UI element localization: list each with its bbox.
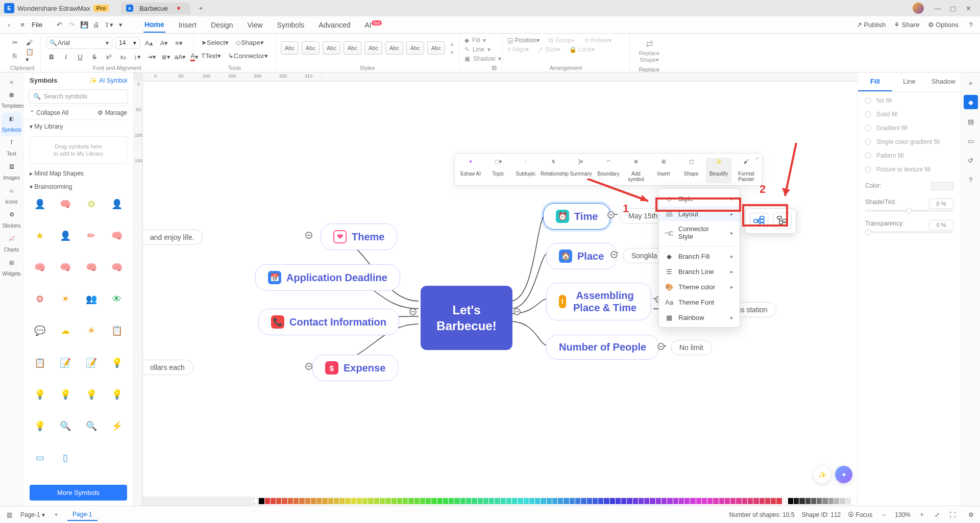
color-swatch[interactable] (587, 498, 592, 504)
fill-opt-solid[interactable]: Solid fill (865, 111, 953, 118)
bold-button[interactable]: B (46, 51, 57, 62)
symbol-item[interactable]: ★ (29, 227, 51, 244)
tab-design[interactable]: Design (210, 18, 234, 32)
color-swatch[interactable] (662, 498, 667, 504)
mindmap-shapes-section[interactable]: ▸ Mind Map Shapes (23, 167, 133, 180)
redo-icon[interactable]: ↷ (68, 21, 76, 29)
color-swatch[interactable] (719, 498, 724, 504)
color-swatch[interactable] (840, 498, 845, 504)
symbol-item[interactable]: ☀ (80, 322, 103, 339)
subnode-people[interactable]: No limit (671, 340, 712, 355)
color-swatch[interactable] (782, 498, 788, 504)
ctx-branch-line[interactable]: ☰Branch Line▸ (659, 264, 740, 279)
symbol-item[interactable]: ✏ (80, 227, 103, 244)
manage-button[interactable]: ⚙ Manage (97, 109, 127, 116)
color-swatch[interactable] (288, 498, 293, 504)
rail-charts[interactable]: 📈Charts (2, 233, 22, 256)
style-swatch[interactable]: Abc (281, 41, 299, 55)
hamburger-icon[interactable]: ≡ (18, 21, 27, 29)
color-swatch[interactable] (299, 498, 304, 504)
color-swatch[interactable] (846, 498, 851, 504)
symbol-item[interactable]: 📝 (80, 354, 103, 371)
color-swatch[interactable] (483, 498, 488, 504)
text-tool[interactable]: T Text▾ (199, 50, 223, 61)
symbol-item[interactable]: 🧠 (106, 227, 128, 244)
node-handle[interactable] (409, 308, 416, 315)
color-swatch[interactable] (506, 498, 511, 504)
rail-widgets[interactable]: ▤Widgets (2, 257, 22, 280)
rotate-dropdown[interactable]: ⟲ Rotate▾ (584, 37, 612, 44)
color-swatch[interactable] (529, 498, 534, 504)
canvas[interactable]: and enjoy life. ollars each ❤Theme 📅Appl… (143, 82, 857, 496)
color-swatch[interactable] (541, 498, 546, 504)
color-swatch[interactable] (478, 498, 483, 504)
underline-button[interactable]: U (75, 51, 86, 62)
brainstorming-section[interactable]: ▾ Brainstorming (23, 180, 133, 193)
color-swatch[interactable] (742, 498, 747, 504)
ft-boundary[interactable]: ◠Boundary (596, 158, 621, 183)
color-swatch[interactable] (328, 498, 333, 504)
rail-stickers[interactable]: ✪Stickers (2, 209, 22, 232)
color-swatch[interactable] (811, 498, 816, 504)
ft-relationship[interactable]: ↯Relationship (541, 158, 566, 183)
color-swatch[interactable] (282, 498, 287, 504)
color-swatch[interactable] (339, 498, 345, 504)
color-swatch[interactable] (265, 498, 270, 504)
prop-tab-shadow[interactable]: Shadow (926, 72, 961, 91)
color-swatch[interactable] (684, 498, 690, 504)
color-swatch[interactable] (449, 498, 454, 504)
color-swatch[interactable] (351, 498, 356, 504)
ctx-rainbow[interactable]: ▦Rainbow▸ (659, 310, 740, 325)
options-button[interactable]: ⚙ Options (928, 21, 959, 29)
print-icon[interactable]: 🖨 (92, 21, 101, 29)
ft-edrawai[interactable]: ✦Edraw AI (458, 158, 483, 183)
tab-insert[interactable]: Insert (178, 18, 198, 32)
color-swatch[interactable] (765, 498, 770, 504)
symbol-item[interactable]: 👁 (106, 290, 128, 308)
fit-page-icon[interactable]: ⤢ (933, 511, 941, 519)
color-swatch[interactable] (495, 498, 500, 504)
color-swatch[interactable] (817, 498, 822, 504)
tab-symbols[interactable]: Symbols (276, 18, 306, 32)
library-dropzone[interactable]: Drag symbols hereto add to My Library (30, 136, 127, 164)
color-swatch[interactable] (558, 498, 563, 504)
symbol-item[interactable]: 🔍 (54, 417, 77, 435)
transparency-value[interactable]: 0 % (929, 220, 953, 230)
ctx-connector-style[interactable]: −⊏Connector Style▸ (659, 221, 740, 244)
size-dropdown[interactable]: ⤢ Size▾ (538, 46, 560, 53)
superscript-button[interactable]: x² (103, 51, 114, 62)
color-swatch[interactable] (535, 498, 540, 504)
ctx-branch-fill[interactable]: ◆Branch Fill▸ (659, 248, 740, 264)
color-swatch[interactable] (391, 498, 397, 504)
rightrail-presentation[interactable]: ▭ (964, 134, 978, 148)
color-swatch[interactable] (788, 498, 793, 504)
color-swatch[interactable] (501, 498, 506, 504)
color-swatch[interactable] (736, 498, 741, 504)
zoom-in[interactable]: ＋ (918, 511, 926, 519)
rail-symbols[interactable]: ◧Symbols (2, 113, 22, 136)
node-handle[interactable] (513, 308, 521, 315)
symbol-item[interactable]: ⚙ (80, 195, 103, 213)
zoom-out[interactable]: − (879, 511, 888, 519)
color-swatch[interactable] (799, 498, 804, 504)
color-swatch[interactable] (431, 498, 436, 504)
symbol-item[interactable]: 💡 (106, 386, 128, 403)
more-qat-icon[interactable]: ▾ (117, 21, 125, 29)
node-handle[interactable] (657, 343, 665, 350)
symbol-item[interactable]: ⚙ (29, 290, 51, 308)
style-swatch[interactable]: Abc (427, 41, 445, 55)
color-swatch[interactable] (454, 498, 459, 504)
color-swatch[interactable] (380, 498, 385, 504)
case-button[interactable]: aA▾ (175, 51, 186, 62)
color-swatch[interactable] (828, 498, 834, 504)
color-swatch[interactable] (305, 498, 310, 504)
node-handle[interactable] (305, 232, 312, 239)
subnode-truncated[interactable]: ollars each (143, 360, 193, 375)
ft-beautify[interactable]: ✨Beautify (706, 158, 731, 183)
ft-shape[interactable]: ▢Shape (678, 158, 704, 183)
color-swatch[interactable] (610, 498, 615, 504)
ft-subtopic[interactable]: ⬞Subtopic (513, 158, 538, 183)
replace-shape-button[interactable]: ⇄ Replace Shape▾ (635, 37, 664, 65)
select-tool[interactable]: ➤ Select▾ (199, 37, 231, 48)
color-swatch[interactable] (760, 498, 765, 504)
